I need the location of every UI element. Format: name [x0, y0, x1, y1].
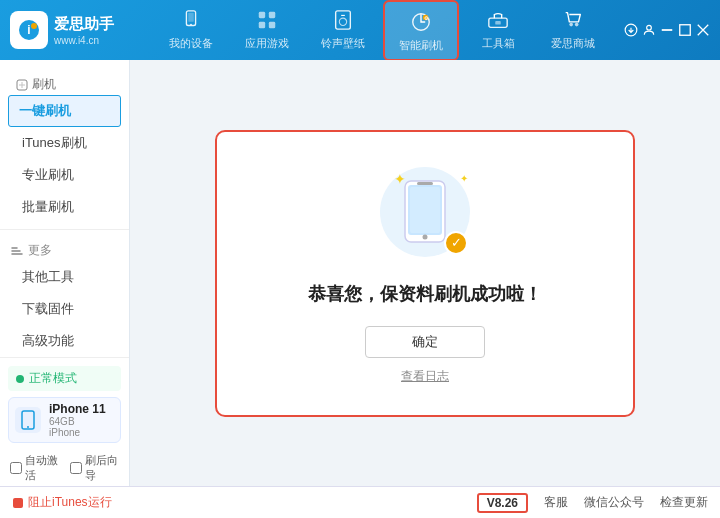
- minimize-btn[interactable]: [660, 23, 674, 37]
- sidebar-item-itunes-flash[interactable]: iTunes刷机: [0, 127, 129, 159]
- logo-icon: i: [10, 11, 48, 49]
- apps-icon: [253, 6, 281, 34]
- svg-rect-31: [410, 187, 440, 233]
- sidebar-outer: 刷机 一键刷机 iTunes刷机 专业刷机 批量刷机 更多: [0, 70, 129, 476]
- svg-rect-25: [24, 413, 32, 425]
- nav-tabs: 我的设备 应用游戏 铃声壁纸: [140, 0, 624, 61]
- phone-bg-circle: ✦ ✦ ✓: [380, 167, 470, 257]
- svg-point-5: [190, 23, 192, 25]
- view-log-link[interactable]: 查看日志: [401, 368, 449, 385]
- customer-service-link[interactable]: 客服: [544, 494, 568, 511]
- ringtones-icon: [329, 6, 357, 34]
- check-badge: ✓: [444, 231, 468, 255]
- tab-ringtones[interactable]: 铃声壁纸: [307, 0, 379, 61]
- sidebar-bottom: 正常模式 iPhone 11 64GB: [0, 357, 129, 489]
- close-btn[interactable]: [696, 23, 710, 37]
- logo-area: i 爱思助手 www.i4.cn: [10, 11, 140, 49]
- sparkle-tr: ✦: [460, 173, 468, 184]
- sidebar-section-flash: 刷机: [0, 70, 129, 95]
- svg-rect-9: [269, 21, 275, 27]
- content-area: ✦ ✦ ✓ 恭喜您，保资料刷机成功啦！: [130, 60, 720, 486]
- svg-point-17: [569, 22, 573, 26]
- sidebar-item-batch-flash[interactable]: 批量刷机: [0, 191, 129, 223]
- download-btn[interactable]: [624, 23, 638, 37]
- sidebar-item-advanced[interactable]: 高级功能: [0, 325, 129, 357]
- sidebar-more-section: 更多: [0, 236, 129, 261]
- tab-store[interactable]: 爱思商城: [537, 0, 609, 61]
- wechat-link[interactable]: 微信公众号: [584, 494, 644, 511]
- confirm-button[interactable]: 确定: [365, 326, 485, 358]
- sidebar-item-pro-flash[interactable]: 专业刷机: [0, 159, 129, 191]
- version-badge[interactable]: V8.26: [477, 493, 528, 513]
- auto-activate-input[interactable]: [10, 462, 22, 474]
- sidebar-item-download-firmware[interactable]: 下载固件: [0, 293, 129, 325]
- store-icon: [559, 6, 587, 34]
- svg-rect-32: [13, 498, 23, 508]
- bottom-bar: 阻止iTunes运行 V8.26 客服 微信公众号 检查更新: [0, 486, 720, 518]
- device-details: iPhone 11 64GB iPhone: [49, 402, 106, 438]
- svg-rect-4: [188, 12, 194, 21]
- mode-dot: [16, 375, 24, 383]
- svg-rect-29: [417, 182, 433, 185]
- phone-illustration: ✦ ✦ ✓: [375, 162, 475, 262]
- tab-my-device[interactable]: 我的设备: [155, 0, 227, 61]
- svg-text:i: i: [27, 23, 30, 37]
- result-box: ✦ ✦ ✓ 恭喜您，保资料刷机成功啦！: [215, 130, 635, 417]
- sidebar-item-one-click-flash[interactable]: 一键刷机: [8, 95, 121, 127]
- svg-point-20: [647, 25, 652, 30]
- main-area: 刷机 一键刷机 iTunes刷机 专业刷机 批量刷机 更多: [0, 60, 720, 486]
- phone-svg: [400, 179, 450, 244]
- success-text: 恭喜您，保资料刷机成功啦！: [308, 282, 542, 306]
- svg-rect-21: [662, 29, 673, 31]
- tab-toolbox[interactable]: 工具箱: [463, 0, 533, 61]
- sidebar-nav: 刷机 一键刷机 iTunes刷机 专业刷机 批量刷机 更多: [0, 70, 129, 357]
- toolbox-icon: [484, 6, 512, 34]
- app-header: i 爱思助手 www.i4.cn 我的设备: [0, 0, 720, 60]
- sidebar: 刷机 一键刷机 iTunes刷机 专业刷机 批量刷机 更多: [0, 60, 130, 486]
- check-update-link[interactable]: 检查更新: [660, 494, 708, 511]
- device-status-area: 正常模式 iPhone 11 64GB: [0, 358, 129, 447]
- sidebar-item-other-tools[interactable]: 其他工具: [0, 261, 129, 293]
- svg-rect-22: [680, 25, 691, 36]
- svg-rect-7: [269, 11, 275, 17]
- device-info: iPhone 11 64GB iPhone: [8, 397, 121, 443]
- tab-apps-games[interactable]: 应用游戏: [231, 0, 303, 61]
- svg-rect-10: [336, 10, 351, 28]
- maximize-btn[interactable]: [678, 23, 692, 37]
- svg-point-18: [575, 22, 579, 26]
- window-controls: [624, 23, 710, 37]
- svg-point-2: [31, 23, 37, 29]
- sparkle-tl: ✦: [394, 171, 406, 187]
- guide-input[interactable]: [70, 462, 82, 474]
- device-icon: [15, 407, 41, 433]
- stop-icon: [12, 497, 24, 509]
- guide-checkbox[interactable]: 刷后向导: [70, 453, 120, 483]
- tab-smart-flash[interactable]: ⚙ 智能刷机: [383, 0, 459, 61]
- svg-rect-6: [259, 11, 265, 17]
- svg-point-30: [423, 235, 428, 240]
- svg-rect-16: [495, 20, 501, 24]
- sidebar-footer: 自动激活 刷后向导: [0, 447, 129, 489]
- auto-activate-checkbox[interactable]: 自动激活: [10, 453, 60, 483]
- flash-icon: ⚙: [407, 8, 435, 36]
- user-btn[interactable]: [642, 23, 656, 37]
- svg-point-11: [339, 18, 346, 25]
- device-icon: [177, 6, 205, 34]
- logo-text: 爱思助手 www.i4.cn: [54, 13, 114, 48]
- svg-point-26: [27, 426, 29, 428]
- svg-rect-8: [259, 21, 265, 27]
- mode-badge: 正常模式: [8, 366, 121, 391]
- sidebar-divider: [0, 229, 129, 230]
- stop-itunes[interactable]: 阻止iTunes运行: [12, 494, 112, 511]
